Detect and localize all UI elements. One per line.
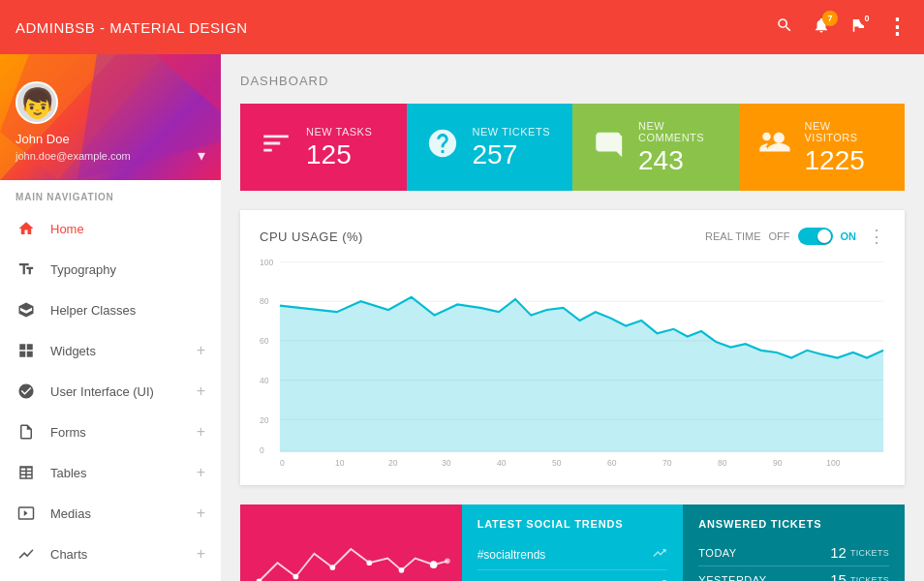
svg-text:30: 30 <box>442 457 451 468</box>
ticket-count: 15 <box>830 571 847 581</box>
sidebar-item-label-medias: Medias <box>50 506 197 521</box>
medias-icon <box>15 505 37 522</box>
sidebar: 👦 John Doe john.doe@example.com ▾ MAIN N… <box>0 54 221 581</box>
chart-controls: REAL TIME OFF ON ⋮ <box>705 226 885 247</box>
stat-value-tickets: 257 <box>473 141 550 168</box>
ticket-count: 12 <box>830 544 847 561</box>
expand-icon-ui[interactable]: + <box>197 382 205 400</box>
ui-icon <box>15 382 37 400</box>
stat-card-tasks: NEW TASKS 125 <box>240 104 407 191</box>
bell-icon[interactable]: 7 <box>813 16 830 39</box>
social-trend-item: #socialtrends <box>477 539 668 570</box>
ticket-row: TODAY 12 TICKETS <box>698 539 889 566</box>
profile-dropdown-arrow[interactable]: ▾ <box>198 146 205 165</box>
off-label: OFF <box>769 230 790 242</box>
social-trend-icon <box>652 545 667 564</box>
forms-icon <box>15 423 37 441</box>
chart-header: CPU USAGE (%) REAL TIME OFF ON ⋮ <box>260 226 885 247</box>
stat-icon-tickets <box>426 127 459 168</box>
expand-icon-medias[interactable]: + <box>197 505 205 522</box>
svg-text:60: 60 <box>607 457 617 468</box>
flag-badge: 0 <box>859 11 875 26</box>
cpu-chart-svg: 100 80 60 40 20 0 <box>260 257 885 470</box>
sidebar-item-widgets[interactable]: Widgets + <box>0 330 221 371</box>
stat-icon-visitors <box>758 127 791 168</box>
stat-label-tickets: NEW TICKETS <box>473 126 550 138</box>
ticket-period-label: YESTERDAY <box>698 574 830 582</box>
sidebar-item-ui[interactable]: User Interface (UI) + <box>0 371 221 412</box>
svg-point-31 <box>399 567 405 573</box>
sidebar-item-label-widgets: Widgets <box>50 344 197 358</box>
stat-info-visitors: NEW VISITORS 1225 <box>805 120 886 174</box>
stat-value-comments: 243 <box>638 147 720 174</box>
realtime-toggle[interactable] <box>798 228 833 245</box>
svg-text:60: 60 <box>260 336 269 347</box>
sidebar-item-label-charts: Charts <box>50 547 197 562</box>
social-trends-card: LATEST SOCIAL TRENDS #socialtrends #mate… <box>462 505 684 581</box>
social-tag: #socialtrends <box>477 548 653 562</box>
search-icon[interactable] <box>776 16 793 39</box>
sidebar-profile: 👦 John Doe john.doe@example.com ▾ <box>0 54 221 180</box>
tables-icon <box>15 464 37 481</box>
ticket-row: YESTERDAY 15 TICKETS <box>698 566 889 581</box>
svg-text:80: 80 <box>718 457 727 468</box>
ticket-suffix: TICKETS <box>850 548 889 558</box>
svg-point-28 <box>293 574 299 580</box>
widgets-icon <box>15 342 37 359</box>
charts-icon <box>15 545 37 563</box>
sidebar-item-tables[interactable]: Tables + <box>0 452 221 493</box>
sidebar-item-home[interactable]: Home <box>0 208 221 249</box>
svg-text:0: 0 <box>280 457 285 468</box>
sidebar-item-medias[interactable]: Medias + <box>0 493 221 534</box>
social-items: #socialtrends #materialdesign #adminbsb <box>477 539 668 581</box>
sidebar-item-label-home: Home <box>50 222 205 236</box>
stat-label-comments: NEW COMMENTS <box>638 120 720 143</box>
helper-classes-icon <box>15 301 37 319</box>
sidebar-item-helper-classes[interactable]: Helper Classes <box>0 290 221 330</box>
profile-name: John Doe <box>15 132 205 146</box>
chart-more-icon[interactable]: ⋮ <box>868 226 885 247</box>
content-area: DASHBOARD NEW TASKS 125 NEW TICKETS 257 … <box>221 54 924 581</box>
more-icon[interactable]: ⋮ <box>886 15 909 40</box>
mini-chart-svg <box>250 514 452 581</box>
ticket-rows: TODAY 12 TICKETS YESTERDAY 15 TICKETS LA… <box>698 539 889 581</box>
expand-icon-tables[interactable]: + <box>197 464 205 481</box>
sidebar-item-label-helper-classes: Helper Classes <box>50 303 205 318</box>
stat-card-tickets: NEW TICKETS 257 <box>407 104 573 191</box>
stat-card-comments: NEW COMMENTS 243 <box>572 104 739 191</box>
sidebar-item-example-pages[interactable]: Example Pages + <box>0 574 221 581</box>
stat-value-tasks: 125 <box>306 141 372 168</box>
main-layout: 👦 John Doe john.doe@example.com ▾ MAIN N… <box>0 54 924 581</box>
ticket-suffix: TICKETS <box>850 575 889 582</box>
svg-point-33 <box>445 559 450 565</box>
chart-container: 100 80 60 40 20 0 <box>260 257 885 470</box>
profile-content: 👦 John Doe john.doe@example.com ▾ <box>0 54 221 180</box>
svg-text:80: 80 <box>260 296 269 307</box>
profile-email-text: john.doe@example.com <box>15 150 131 162</box>
svg-point-30 <box>366 560 372 566</box>
avatar: 👦 <box>15 81 58 124</box>
flag-icon[interactable]: 0 <box>849 16 867 39</box>
typography-icon <box>15 260 37 278</box>
top-navbar: ADMINBSB - MATERIAL DESIGN 7 0 ⋮ <box>0 0 924 54</box>
svg-text:100: 100 <box>826 457 840 468</box>
svg-text:0: 0 <box>260 445 264 456</box>
sidebar-item-charts[interactable]: Charts + <box>0 534 221 574</box>
stat-info-comments: NEW COMMENTS 243 <box>638 120 720 174</box>
expand-icon-forms[interactable]: + <box>197 423 205 441</box>
sidebar-item-typography[interactable]: Typography <box>0 249 221 290</box>
bell-badge: 7 <box>822 11 838 26</box>
svg-point-29 <box>330 565 336 570</box>
ticket-period-label: TODAY <box>698 547 830 559</box>
svg-text:10: 10 <box>335 457 345 468</box>
svg-text:100: 100 <box>260 257 273 267</box>
stat-value-visitors: 1225 <box>805 147 886 174</box>
social-trends-title: LATEST SOCIAL TRENDS <box>477 518 668 530</box>
expand-icon-widgets[interactable]: + <box>197 342 205 359</box>
stat-label-tasks: NEW TASKS <box>306 126 372 138</box>
stat-info-tickets: NEW TICKETS 257 <box>473 126 550 168</box>
stat-icon-tasks <box>260 127 293 168</box>
answered-tickets-card: ANSWERED TICKETS TODAY 12 TICKETS YESTER… <box>683 505 905 581</box>
sidebar-item-forms[interactable]: Forms + <box>0 412 221 452</box>
expand-icon-charts[interactable]: + <box>197 545 205 563</box>
